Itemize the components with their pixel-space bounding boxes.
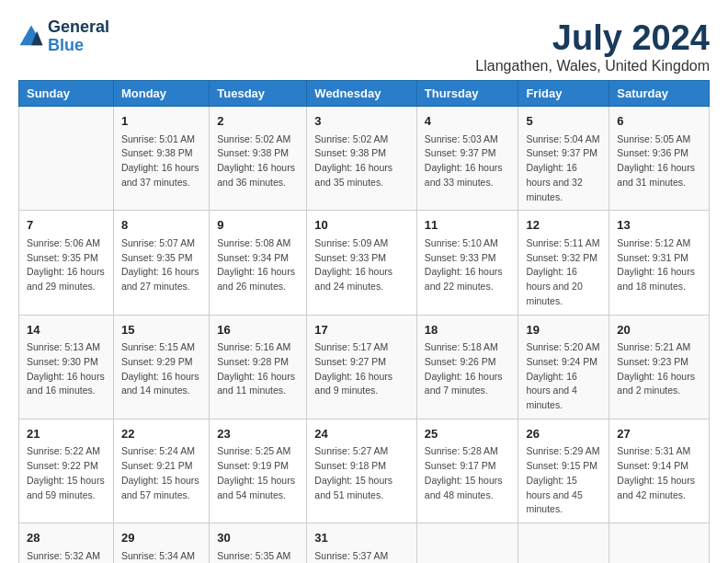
day-header-thursday: Thursday [416,81,518,107]
cell-daylight: Daylight: 16 hours and 31 minutes. [617,161,701,190]
cell-sunrise: Sunrise: 5:37 AM [314,549,409,564]
date-number: 9 [217,216,299,235]
cell-sunrise: Sunrise: 5:06 AM [27,236,106,251]
date-number: 21 [27,425,106,443]
cell-daylight: Daylight: 16 hours and 7 minutes. [425,370,511,399]
date-number: 26 [526,425,601,443]
date-number: 24 [314,425,409,443]
calendar-cell [518,523,609,564]
cell-sunset: Sunset: 9:37 PM [425,146,511,161]
date-number: 22 [121,425,201,443]
cell-sunrise: Sunrise: 5:10 AM [425,236,511,251]
header-row: SundayMondayTuesdayWednesdayThursdayFrid… [19,81,710,107]
calendar-title: July 2024 [475,18,710,58]
cell-sunset: Sunset: 9:38 PM [121,146,201,161]
cell-sunrise: Sunrise: 5:17 AM [314,340,409,355]
date-number: 18 [425,321,511,339]
cell-sunset: Sunset: 9:26 PM [425,355,511,370]
cell-sunrise: Sunrise: 5:31 AM [617,444,701,459]
cell-daylight: Daylight: 16 hours and 26 minutes. [217,265,299,294]
date-number: 30 [217,529,299,547]
calendar-cell: 22Sunrise: 5:24 AMSunset: 9:21 PMDayligh… [113,419,209,523]
date-number: 17 [314,321,409,339]
cell-sunset: Sunset: 9:33 PM [425,251,511,266]
calendar-cell: 13Sunrise: 5:12 AMSunset: 9:31 PMDayligh… [609,211,710,315]
calendar-cell: 21Sunrise: 5:22 AMSunset: 9:22 PMDayligh… [19,419,114,523]
date-number: 3 [314,112,409,131]
cell-sunrise: Sunrise: 5:16 AM [217,340,299,355]
calendar-cell: 19Sunrise: 5:20 AMSunset: 9:24 PMDayligh… [518,315,609,419]
date-number: 12 [526,216,601,235]
cell-sunset: Sunset: 9:33 PM [314,251,409,266]
cell-daylight: Daylight: 15 hours and 54 minutes. [217,474,299,503]
day-header-saturday: Saturday [609,81,710,107]
cell-daylight: Daylight: 15 hours and 59 minutes. [27,474,106,503]
cell-sunrise: Sunrise: 5:11 AM [526,236,601,251]
calendar-subtitle: Llangathen, Wales, United Kingdom [475,58,710,75]
calendar-cell: 10Sunrise: 5:09 AMSunset: 9:33 PMDayligh… [307,211,417,315]
date-number: 13 [617,216,701,235]
cell-sunrise: Sunrise: 5:01 AM [121,132,201,147]
cell-sunset: Sunset: 9:35 PM [121,251,201,266]
date-number: 5 [526,112,601,131]
date-number: 31 [314,529,409,547]
cell-sunrise: Sunrise: 5:24 AM [121,444,201,459]
cell-sunrise: Sunrise: 5:25 AM [217,444,299,459]
cell-sunset: Sunset: 9:17 PM [425,459,511,474]
cell-sunrise: Sunrise: 5:02 AM [217,132,299,147]
day-header-monday: Monday [113,81,209,107]
cell-daylight: Daylight: 16 hours and 24 minutes. [314,265,409,294]
cell-sunrise: Sunrise: 5:05 AM [617,132,701,147]
cell-daylight: Daylight: 15 hours and 48 minutes. [425,474,511,503]
date-number: 1 [121,112,201,131]
cell-sunset: Sunset: 9:38 PM [217,146,299,161]
logo-text-blue: Blue [48,37,109,55]
date-number: 8 [121,216,201,235]
calendar-cell: 31Sunrise: 5:37 AMSunset: 9:07 PMDayligh… [307,523,417,564]
cell-sunset: Sunset: 9:29 PM [121,355,201,370]
cell-sunset: Sunset: 9:23 PM [617,355,701,370]
calendar-cell: 7Sunrise: 5:06 AMSunset: 9:35 PMDaylight… [19,211,114,315]
cell-daylight: Daylight: 16 hours and 14 minutes. [121,370,201,399]
date-number: 27 [617,425,701,443]
cell-sunset: Sunset: 9:24 PM [526,355,601,370]
cell-daylight: Daylight: 15 hours and 57 minutes. [121,474,201,503]
calendar-cell: 24Sunrise: 5:27 AMSunset: 9:18 PMDayligh… [307,419,417,523]
cell-sunset: Sunset: 9:28 PM [217,355,299,370]
calendar-cell [609,523,710,564]
calendar-cell: 25Sunrise: 5:28 AMSunset: 9:17 PMDayligh… [416,419,518,523]
date-number: 28 [27,529,106,547]
cell-daylight: Daylight: 16 hours and 2 minutes. [617,370,701,399]
cell-sunrise: Sunrise: 5:13 AM [27,340,106,355]
cell-sunrise: Sunrise: 5:32 AM [27,549,106,564]
cell-daylight: Daylight: 16 hours and 11 minutes. [217,370,299,399]
cell-daylight: Daylight: 16 hours and 27 minutes. [121,265,201,294]
calendar-cell: 29Sunrise: 5:34 AMSunset: 9:11 PMDayligh… [113,523,209,564]
calendar-cell: 4Sunrise: 5:03 AMSunset: 9:37 PMDaylight… [416,107,518,211]
cell-sunset: Sunset: 9:35 PM [27,251,106,266]
cell-daylight: Daylight: 15 hours and 45 minutes. [526,474,601,517]
cell-sunset: Sunset: 9:15 PM [526,459,601,474]
day-header-sunday: Sunday [19,81,114,107]
cell-sunset: Sunset: 9:21 PM [121,459,201,474]
week-row-3: 14Sunrise: 5:13 AMSunset: 9:30 PMDayligh… [19,315,710,419]
calendar-cell: 3Sunrise: 5:02 AMSunset: 9:38 PMDaylight… [307,107,417,211]
date-number: 19 [526,321,601,339]
cell-sunrise: Sunrise: 5:15 AM [121,340,201,355]
cell-daylight: Daylight: 16 hours and 9 minutes. [314,370,409,399]
date-number: 10 [314,216,409,235]
cell-daylight: Daylight: 16 hours and 16 minutes. [27,370,106,399]
date-number: 2 [217,112,299,131]
date-number: 11 [425,216,511,235]
week-row-5: 28Sunrise: 5:32 AMSunset: 9:12 PMDayligh… [19,523,710,564]
date-number: 29 [121,529,201,547]
cell-sunrise: Sunrise: 5:07 AM [121,236,201,251]
calendar-cell: 11Sunrise: 5:10 AMSunset: 9:33 PMDayligh… [416,211,518,315]
calendar-cell: 8Sunrise: 5:07 AMSunset: 9:35 PMDaylight… [113,211,209,315]
logo-text-general: General [48,18,109,37]
week-row-1: 1Sunrise: 5:01 AMSunset: 9:38 PMDaylight… [19,107,710,211]
date-number: 23 [217,425,299,443]
date-number: 4 [425,112,511,131]
cell-sunrise: Sunrise: 5:27 AM [314,444,409,459]
cell-sunrise: Sunrise: 5:35 AM [217,549,299,564]
